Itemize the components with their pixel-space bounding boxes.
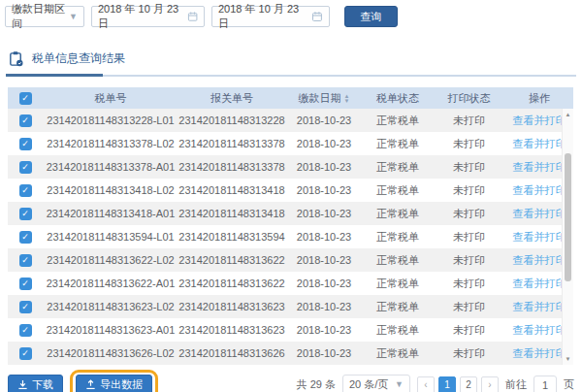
table-row: ✓231420181148313626-L0223142018114831362… xyxy=(8,342,573,365)
date-from-value: 2018 年 10 月 23 日 xyxy=(98,2,187,31)
cell-print-status: 未打印 xyxy=(433,248,505,272)
cell-pay-date: 2018-10-23 xyxy=(285,155,363,179)
cell-tax-no: 231420181148313626-L02 xyxy=(43,342,178,365)
calendar-icon xyxy=(311,11,323,22)
row-checkbox[interactable]: ✓ xyxy=(19,184,32,197)
col-print-status: 打印状态 xyxy=(433,87,505,109)
view-print-link[interactable]: 查看并打印 xyxy=(513,161,566,173)
scrollbar-thumb[interactable] xyxy=(565,153,571,281)
table-row: ✓231420181148313622-L0223142018114831362… xyxy=(8,248,573,272)
cell-pay-date: 2018-10-23 xyxy=(285,295,363,318)
cell-status: 正常税单 xyxy=(363,132,433,155)
cell-status: 正常税单 xyxy=(363,202,433,225)
scroll-down-icon[interactable]: ▼ xyxy=(563,356,573,362)
cell-pay-date: 2018-10-23 xyxy=(285,132,363,155)
row-checkbox[interactable]: ✓ xyxy=(19,138,32,150)
cell-customs-no: 231420181148313418 xyxy=(178,202,285,225)
cell-customs-no: 231420181148313626 xyxy=(178,342,285,365)
col-tax-no: 税单号 xyxy=(43,87,178,109)
sort-icon[interactable]: ▲▼ xyxy=(344,94,350,104)
pagination: 共 29 条 20 条/页 ▼ ‹ 1 2 › 前往 1 页 xyxy=(297,375,574,392)
export-highlight-annotation: 导出数据 xyxy=(70,370,158,392)
page-button-1[interactable]: 1 xyxy=(438,376,456,392)
scroll-up-icon[interactable]: ▲ xyxy=(563,112,573,117)
view-print-link[interactable]: 查看并打印 xyxy=(513,324,566,336)
view-print-link[interactable]: 查看并打印 xyxy=(513,301,566,312)
query-button-label: 查询 xyxy=(361,10,382,24)
row-checkbox[interactable]: ✓ xyxy=(19,324,32,337)
cell-tax-no: 231420181148313622-A01 xyxy=(43,272,178,295)
row-checkbox[interactable]: ✓ xyxy=(19,208,32,220)
view-print-link[interactable]: 查看并打印 xyxy=(513,347,566,359)
cell-print-status: 未打印 xyxy=(433,202,505,225)
download-button[interactable]: 下载 xyxy=(8,375,63,392)
cell-status: 正常税单 xyxy=(363,318,433,342)
row-checkbox[interactable]: ✓ xyxy=(19,114,32,127)
cell-customs-no: 231420181148313378 xyxy=(178,155,285,179)
vertical-scrollbar[interactable]: ▲ ▼ xyxy=(562,109,573,365)
export-icon xyxy=(85,379,96,390)
date-type-select[interactable]: 缴款日期区间 ▼ xyxy=(5,6,84,27)
total-count: 共 29 条 xyxy=(297,377,336,392)
export-data-button[interactable]: 导出数据 xyxy=(76,375,152,392)
view-print-link[interactable]: 查看并打印 xyxy=(513,231,566,243)
cell-customs-no: 231420181148313623 xyxy=(178,318,285,342)
prev-page-button[interactable]: ‹ xyxy=(417,376,435,392)
row-checkbox[interactable]: ✓ xyxy=(19,301,32,313)
page-size-select[interactable]: 20 条/页 ▼ xyxy=(342,375,410,392)
table-row: ✓231420181148313623-L0223142018114831362… xyxy=(8,295,573,318)
col-actions: 操作 xyxy=(505,87,573,109)
col-customs-no: 报关单号 xyxy=(178,87,285,109)
col-pay-date-label: 缴款日期 xyxy=(299,92,341,104)
cell-customs-no: 231420181148313623 xyxy=(178,295,285,318)
date-from-input[interactable]: 2018 年 10 月 23 日 xyxy=(91,6,205,27)
next-page-button[interactable]: › xyxy=(481,376,499,392)
page-button-2[interactable]: 2 xyxy=(460,376,477,392)
row-checkbox[interactable]: ✓ xyxy=(19,254,32,267)
cell-print-status: 未打印 xyxy=(433,109,505,132)
view-print-link[interactable]: 查看并打印 xyxy=(513,114,566,126)
view-print-link[interactable]: 查看并打印 xyxy=(513,208,566,219)
cell-customs-no: 231420181148313622 xyxy=(178,248,285,272)
cell-pay-date: 2018-10-23 xyxy=(285,318,363,342)
row-checkbox[interactable]: ✓ xyxy=(19,231,32,244)
cell-print-status: 未打印 xyxy=(433,155,505,179)
chevron-down-icon: ▼ xyxy=(395,380,404,389)
section-divider xyxy=(6,75,576,77)
section-title: 税单信息查询结果 xyxy=(32,50,125,67)
cell-status: 正常税单 xyxy=(363,295,433,318)
cell-tax-no: 231420181148313418-L02 xyxy=(43,179,178,202)
select-all-checkbox[interactable]: ✓ xyxy=(19,92,32,105)
goto-suffix: 页 xyxy=(564,377,574,392)
view-print-link[interactable]: 查看并打印 xyxy=(513,184,566,196)
date-type-value: 缴款日期区间 xyxy=(12,2,69,31)
cell-customs-no: 231420181148313622 xyxy=(178,272,285,295)
cell-pay-date: 2018-10-23 xyxy=(285,248,363,272)
cell-customs-no: 231420181148313418 xyxy=(178,179,285,202)
cell-print-status: 未打印 xyxy=(433,318,505,342)
view-print-link[interactable]: 查看并打印 xyxy=(513,254,566,266)
cell-pay-date: 2018-10-23 xyxy=(285,342,363,365)
cell-tax-no: 231420181148313623-A01 xyxy=(43,318,178,342)
tax-bill-query-page: 缴款日期区间 ▼ 2018 年 10 月 23 日 2018 年 10 月 23… xyxy=(0,0,582,392)
cell-print-status: 未打印 xyxy=(433,342,505,365)
row-checkbox[interactable]: ✓ xyxy=(19,278,32,290)
date-to-input[interactable]: 2018 年 10 月 23 日 xyxy=(211,6,330,27)
view-print-link[interactable]: 查看并打印 xyxy=(513,278,566,289)
section-header: 税单信息查询结果 xyxy=(8,50,582,67)
cell-pay-date: 2018-10-23 xyxy=(285,225,363,248)
table-row: ✓231420181148313378-A0123142018114831337… xyxy=(8,155,573,179)
filter-bar: 缴款日期区间 ▼ 2018 年 10 月 23 日 2018 年 10 月 23… xyxy=(5,6,582,27)
cell-tax-no: 231420181148313418-A01 xyxy=(43,202,178,225)
export-button-label: 导出数据 xyxy=(100,377,143,392)
table-row: ✓231420181148313418-L0223142018114831341… xyxy=(8,179,573,202)
query-button[interactable]: 查询 xyxy=(344,6,398,27)
row-checkbox[interactable]: ✓ xyxy=(19,347,32,360)
goto-page-input[interactable]: 1 xyxy=(534,376,557,392)
view-print-link[interactable]: 查看并打印 xyxy=(513,138,566,149)
cell-tax-no: 231420181148313594-L01 xyxy=(43,225,178,248)
row-checkbox[interactable]: ✓ xyxy=(19,161,32,174)
footer-actions: 下载 导出数据 xyxy=(8,370,158,392)
results-table-wrap: ✓ 税单号 报关单号 缴款日期▲▼ 税单状态 打印状态 操作 ✓23142018… xyxy=(8,87,573,365)
col-status: 税单状态 xyxy=(363,87,433,109)
